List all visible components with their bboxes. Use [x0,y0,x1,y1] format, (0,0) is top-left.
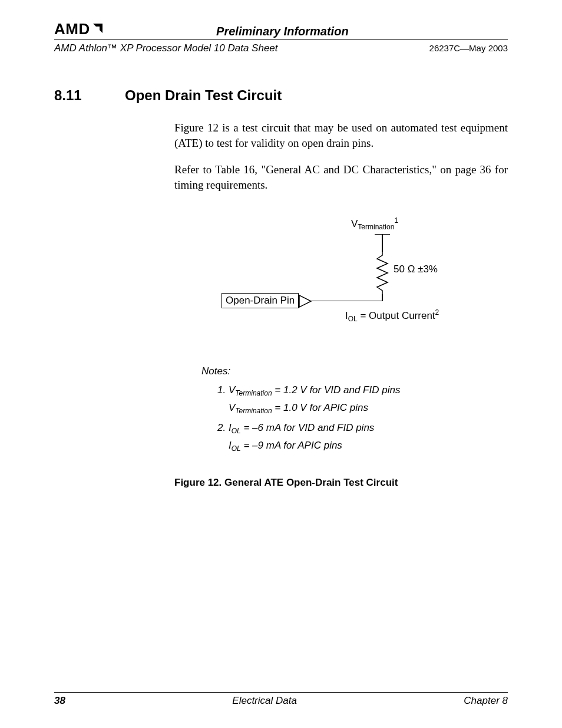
section-title: Open Drain Test Circuit [125,87,282,104]
figure-caption: Figure 12. General ATE Open-Drain Test C… [174,477,508,489]
iol-text: = Output Current [358,309,435,321]
footer-right: Chapter 8 [464,695,508,707]
page-number: 38 [54,695,65,707]
v-term-sub: Termination [358,223,394,231]
figure-notes: Notes: VTermination = 1.2 V for VID and … [201,364,508,454]
iol-sub: OL [348,315,358,323]
resistor-value: 50 Ω ±3% [394,263,438,275]
doc-title: AMD Athlon™ XP Processor Model 10 Data S… [54,42,278,54]
note-1: VTermination = 1.2 V for VID and FID pin… [229,383,508,417]
page: AMD Preliminary Information AMD Athlon™ … [0,0,562,728]
v-term-prefix: V [351,218,358,229]
notes-label: Notes: [201,364,508,379]
preliminary-label: Preliminary Information [216,25,349,38]
figure-diagram: VTermination1 50 Ω ±3% Open-Drain Pin IO… [174,216,504,346]
amd-logo: AMD [54,20,104,38]
v-term-sup: 1 [394,216,398,225]
note-2-line2: IOL = –9 mA for APIC pins [229,438,508,454]
n1l2-rest: = 1.0 V for APIC pins [272,402,368,413]
open-drain-pin-box: Open-Drain Pin [222,293,299,308]
page-footer: 38 Electrical Data Chapter 8 [54,692,508,707]
wire-horiz [310,301,383,302]
note-1-line2: VTermination = 1.0 V for APIC pins [229,400,508,417]
wire-top [382,234,383,252]
n1l1-pre: V [229,384,235,396]
section-heading: 8.11 Open Drain Test Circuit [54,87,508,104]
paragraph-2: Refer to Table 16, "General AC and DC Ch… [174,162,508,192]
n2l2-rest: = –9 mA for APIC pins [241,440,342,451]
doc-id: 26237C—May 2003 [429,43,508,53]
iol-label: IOL = Output Current2 [345,308,439,323]
body-column: Figure 12 is a test circuit that may be … [174,120,508,193]
n1l1-sub: Termination [235,389,272,397]
n1l1-rest: = 1.2 V for VID and FID pins [272,384,401,396]
n1l2-pre: V [229,402,235,413]
section-number: 8.11 [54,87,125,104]
iol-sup: 2 [435,308,439,317]
logo-text: AMD [54,20,90,38]
n2l1-rest: = –6 mA for VID and FID pins [241,422,375,433]
paragraph-1: Figure 12 is a test circuit that may be … [174,120,508,150]
svg-marker-0 [299,295,311,307]
resistor-icon [376,252,389,294]
logo-arrow-icon [91,21,104,39]
v-termination-label: VTermination1 [351,216,398,231]
n2l1-sub: OL [232,427,241,435]
header-sub: AMD Athlon™ XP Processor Model 10 Data S… [54,42,508,54]
n1l2-sub: Termination [235,407,272,415]
buffer-icon [298,294,312,308]
n2l2-sub: OL [232,444,241,453]
footer-center: Electrical Data [232,695,297,707]
note-2: IOL = –6 mA for VID and FID pins IOL = –… [229,420,508,454]
header-top: AMD Preliminary Information [54,20,508,40]
